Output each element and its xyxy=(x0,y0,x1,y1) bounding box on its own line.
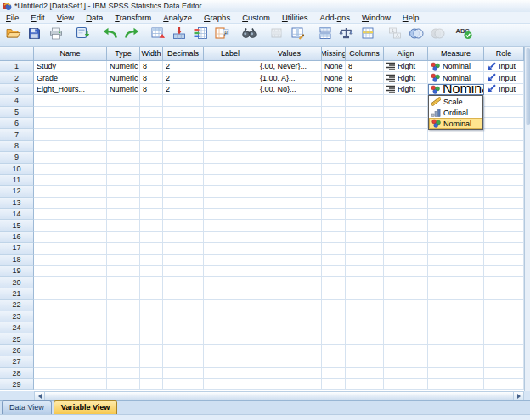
row-number-21[interactable]: 21 xyxy=(0,288,34,300)
empty-cell[interactable] xyxy=(140,107,163,118)
empty-cell[interactable] xyxy=(428,379,484,390)
empty-cell[interactable] xyxy=(107,118,140,129)
row-number-9[interactable]: 9 xyxy=(0,152,34,163)
empty-cell[interactable] xyxy=(204,129,257,140)
insert-variable-button[interactable] xyxy=(287,25,308,45)
empty-cell[interactable] xyxy=(34,186,107,197)
print-button[interactable] xyxy=(45,25,66,45)
empty-cell[interactable] xyxy=(257,277,322,288)
empty-cell[interactable] xyxy=(163,198,204,209)
menu-custom[interactable]: Custom xyxy=(236,12,276,23)
use-variable-sets-button[interactable] xyxy=(405,25,426,45)
empty-cell[interactable] xyxy=(322,209,346,220)
empty-cell[interactable] xyxy=(34,118,107,129)
empty-cell[interactable] xyxy=(140,232,163,243)
empty-cell[interactable] xyxy=(140,198,163,209)
tab-variable-view[interactable]: Variable View xyxy=(54,400,117,414)
empty-cell[interactable] xyxy=(257,141,322,152)
redo-button[interactable] xyxy=(121,25,142,45)
empty-cell[interactable] xyxy=(34,356,107,367)
empty-cell[interactable] xyxy=(163,356,204,367)
empty-cell[interactable] xyxy=(384,356,428,367)
empty-cell[interactable] xyxy=(204,345,257,356)
empty-cell[interactable] xyxy=(34,368,107,379)
scroll-right-button[interactable] xyxy=(513,392,523,400)
empty-cell[interactable] xyxy=(428,277,484,288)
menu-edit[interactable]: Edit xyxy=(25,12,50,23)
descriptives-button[interactable]: µ xyxy=(211,25,233,45)
select-cases-button[interactable] xyxy=(357,25,378,45)
empty-cell[interactable] xyxy=(484,255,524,266)
empty-cell[interactable] xyxy=(346,333,384,344)
empty-cell[interactable] xyxy=(257,311,322,322)
empty-cell[interactable] xyxy=(140,345,163,356)
empty-cell[interactable] xyxy=(346,198,384,209)
empty-cell[interactable] xyxy=(204,164,257,175)
vertical-scrollbar-thumb[interactable] xyxy=(526,48,530,125)
empty-cell[interactable] xyxy=(384,277,428,288)
empty-cell[interactable] xyxy=(107,266,140,277)
empty-cell[interactable] xyxy=(34,107,107,118)
empty-cell[interactable] xyxy=(163,232,204,243)
empty-cell[interactable] xyxy=(107,152,140,163)
empty-cell[interactable] xyxy=(484,322,524,333)
empty-cell[interactable] xyxy=(163,164,204,175)
empty-cell[interactable] xyxy=(163,220,204,231)
empty-cell[interactable] xyxy=(484,95,524,106)
row-number-28[interactable]: 28 xyxy=(0,368,34,379)
empty-cell[interactable] xyxy=(34,209,107,220)
empty-cell[interactable] xyxy=(204,220,257,231)
empty-cell[interactable] xyxy=(163,118,204,129)
empty-cell[interactable] xyxy=(384,141,428,152)
empty-cell[interactable] xyxy=(428,164,484,175)
empty-cell[interactable] xyxy=(428,266,484,277)
empty-cell[interactable] xyxy=(163,300,204,311)
empty-cell[interactable] xyxy=(204,311,257,322)
empty-cell[interactable] xyxy=(257,129,322,140)
empty-cell[interactable] xyxy=(384,175,428,186)
cell-measure-row1[interactable]: Nominal xyxy=(428,61,484,72)
empty-cell[interactable] xyxy=(384,300,428,311)
empty-cell[interactable] xyxy=(346,220,384,231)
empty-cell[interactable] xyxy=(204,141,257,152)
empty-cell[interactable] xyxy=(107,322,140,333)
empty-cell[interactable] xyxy=(322,368,346,379)
empty-cell[interactable] xyxy=(140,175,163,186)
horizontal-scrollbar[interactable] xyxy=(34,391,524,400)
empty-cell[interactable] xyxy=(484,379,524,390)
empty-cell[interactable] xyxy=(346,379,384,390)
open-data-button[interactable] xyxy=(3,25,24,45)
empty-cell[interactable] xyxy=(428,345,484,356)
empty-cell[interactable] xyxy=(163,95,204,106)
empty-cell[interactable] xyxy=(484,175,524,186)
empty-cell[interactable] xyxy=(322,186,346,197)
row-number-14[interactable]: 14 xyxy=(0,209,34,220)
empty-cell[interactable] xyxy=(484,266,524,277)
cell-values-row1[interactable]: {.00, Never}... xyxy=(257,61,322,72)
empty-cell[interactable] xyxy=(346,95,384,106)
empty-cell[interactable] xyxy=(322,107,346,118)
empty-cell[interactable] xyxy=(140,266,163,277)
empty-cell[interactable] xyxy=(384,152,428,163)
empty-cell[interactable] xyxy=(257,266,322,277)
empty-cell[interactable] xyxy=(346,345,384,356)
empty-cell[interactable] xyxy=(204,152,257,163)
empty-cell[interactable] xyxy=(107,198,140,209)
empty-cell[interactable] xyxy=(346,141,384,152)
measure-option-ordinal[interactable]: Ordinal xyxy=(429,107,482,118)
empty-cell[interactable] xyxy=(322,129,346,140)
empty-cell[interactable] xyxy=(257,356,322,367)
variables-button[interactable] xyxy=(190,25,211,45)
measure-option-scale[interactable]: Scale xyxy=(429,96,482,107)
empty-cell[interactable] xyxy=(257,164,322,175)
empty-cell[interactable] xyxy=(257,288,322,300)
empty-cell[interactable] xyxy=(257,333,322,344)
cell-missing-row1[interactable]: None xyxy=(322,61,346,72)
row-number-15[interactable]: 15 xyxy=(0,220,34,231)
empty-cell[interactable] xyxy=(163,243,204,254)
cell-columns-row2[interactable]: 8 xyxy=(346,72,384,83)
empty-cell[interactable] xyxy=(384,266,428,277)
cell-decimals-row3[interactable]: 2 xyxy=(163,84,204,95)
empty-cell[interactable] xyxy=(163,288,204,300)
empty-cell[interactable] xyxy=(204,209,257,220)
